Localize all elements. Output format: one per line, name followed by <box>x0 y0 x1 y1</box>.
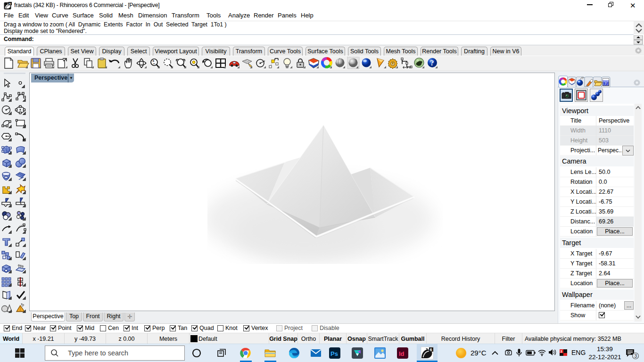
svg-text:Id: Id <box>399 350 405 357</box>
svg-text:?: ? <box>605 82 607 86</box>
svg-text:3: 3 <box>561 350 562 353</box>
svg-text:3: 3 <box>635 354 637 359</box>
svg-text:?: ? <box>430 59 434 67</box>
svg-text:Ps: Ps <box>330 350 338 357</box>
svg-text:6: 6 <box>430 347 432 352</box>
svg-text:−: − <box>153 61 155 66</box>
